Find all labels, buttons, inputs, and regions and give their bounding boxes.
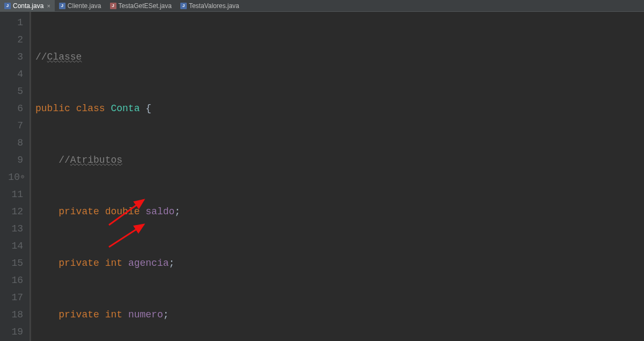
code-line: private int numero; (35, 306, 644, 323)
tab-label: Cliente.java (68, 2, 101, 10)
java-run-file-icon: J (110, 3, 116, 9)
line-number-gutter: 1 2 3 4 5 6 7 8 9 10 11 12 13 14 15 16 1… (0, 12, 30, 341)
tab-cliente[interactable]: J Cliente.java (55, 0, 106, 11)
annotation-arrow-icon (106, 220, 149, 250)
code-line: private int agencia; (35, 255, 644, 272)
tab-testavalores[interactable]: J TestaValores.java (176, 0, 244, 11)
line-number: 15 (2, 255, 23, 272)
line-number: 5 (2, 83, 23, 100)
line-number: 8 (2, 134, 23, 151)
line-number: 13 (2, 220, 23, 237)
line-number: 17 (2, 289, 23, 306)
code-line: //Atributos (35, 151, 644, 169)
line-number: 14 (2, 237, 23, 255)
editor-tabbar: J Conta.java × J Cliente.java J TestaGet… (0, 0, 644, 12)
tab-label: Conta.java (13, 2, 43, 10)
java-file-icon: J (59, 3, 65, 9)
line-number: 19 (2, 323, 23, 340)
line-number: 16 (2, 272, 23, 289)
code-line: public class Conta { (35, 100, 644, 117)
tab-label: TestaGetESet.java (119, 2, 172, 10)
line-number: 3 (2, 48, 23, 66)
line-number: 9 (2, 151, 23, 169)
line-number: 10 (2, 169, 23, 186)
java-file-icon: J (180, 3, 187, 9)
tab-label: TestaValores.java (189, 2, 239, 10)
line-number: 12 (2, 203, 23, 220)
code-line: private double saldo; (35, 203, 644, 220)
tab-conta[interactable]: J Conta.java × (0, 0, 55, 11)
line-number: 18 (2, 306, 23, 323)
code-editor[interactable]: 1 2 3 4 5 6 7 8 9 10 11 12 13 14 15 16 1… (0, 12, 644, 341)
tab-testagetset[interactable]: J TestaGetESet.java (106, 0, 176, 11)
svg-line-1 (109, 224, 144, 247)
line-number: 1 (2, 14, 23, 31)
close-icon[interactable]: × (47, 3, 50, 9)
line-number: 4 (2, 66, 23, 83)
code-line: //Classe (35, 48, 644, 66)
line-number: 6 (2, 100, 23, 117)
java-file-icon: J (4, 3, 11, 9)
line-number: 11 (2, 186, 23, 203)
line-number: 7 (2, 117, 23, 134)
code-area[interactable]: //Classe public class Conta { //Atributo… (30, 12, 644, 341)
line-number: 2 (2, 31, 23, 48)
